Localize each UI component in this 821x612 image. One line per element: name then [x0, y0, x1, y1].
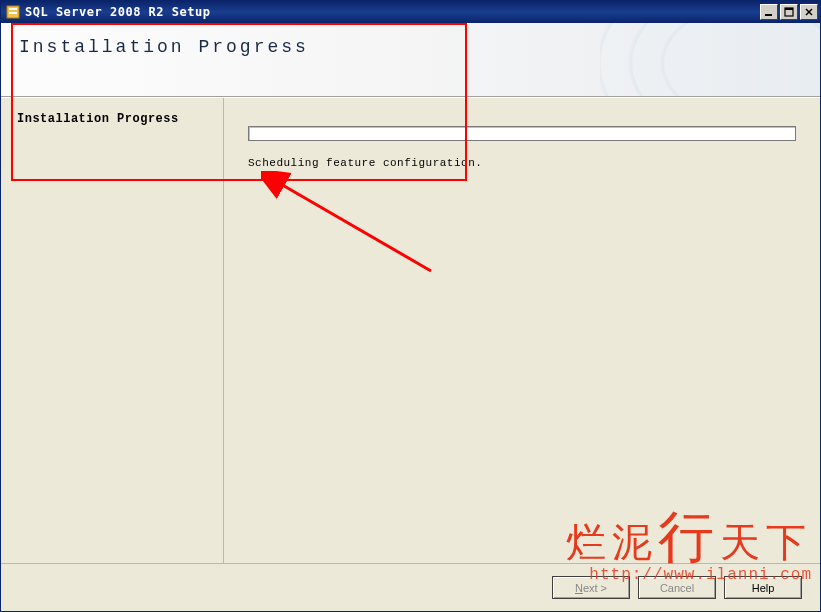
window-title: SQL Server 2008 R2 Setup: [25, 5, 760, 19]
page-title: Installation Progress: [19, 37, 802, 57]
help-button[interactable]: Help: [724, 576, 802, 599]
progress-bar: [248, 126, 796, 141]
window-controls: [760, 4, 818, 20]
wizard-header: Installation Progress: [1, 23, 820, 97]
maximize-button[interactable]: [780, 4, 798, 20]
svg-rect-5: [785, 8, 793, 10]
status-text: Scheduling feature configuration.: [248, 157, 796, 169]
minimize-button[interactable]: [760, 4, 778, 20]
content-area: Installation Progress Scheduling feature…: [1, 97, 820, 563]
titlebar: SQL Server 2008 R2 Setup: [1, 1, 820, 23]
svg-rect-2: [9, 12, 17, 14]
sidebar-step-current: Installation Progress: [17, 112, 207, 126]
svg-rect-1: [9, 8, 17, 10]
cancel-button[interactable]: Cancel: [638, 576, 716, 599]
wizard-footer: Next > Cancel Help: [1, 563, 820, 611]
main-panel: Scheduling feature configuration.: [224, 98, 820, 563]
steps-sidebar: Installation Progress: [1, 98, 224, 563]
next-button[interactable]: Next >: [552, 576, 630, 599]
svg-rect-3: [765, 14, 772, 16]
setup-window: SQL Server 2008 R2 Setup Installation Pr…: [0, 0, 821, 612]
app-icon: [5, 4, 21, 20]
close-button[interactable]: [800, 4, 818, 20]
